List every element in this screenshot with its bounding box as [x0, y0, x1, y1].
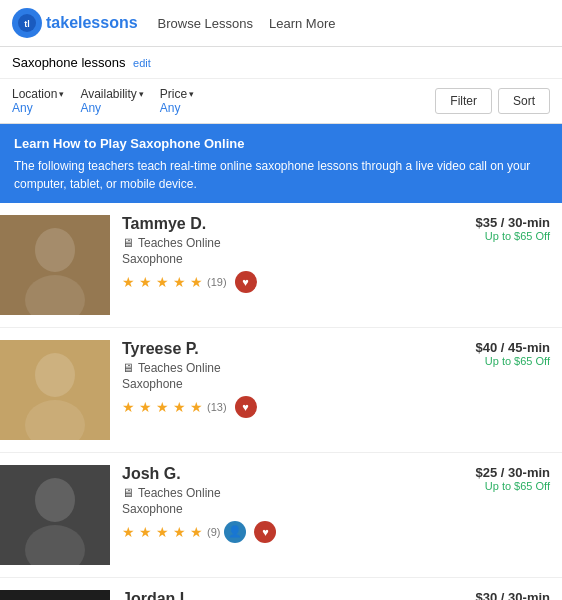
svg-text:tl: tl	[24, 19, 30, 29]
instructor-name: Jordan L.	[122, 590, 460, 601]
star-full-icon: ★	[156, 524, 169, 540]
breadcrumb: Saxophone lessons edit	[0, 47, 562, 79]
info-banner: Learn How to Play Saxophone Online The f…	[0, 124, 562, 203]
star-full-icon: ★	[156, 399, 169, 415]
stars-row: ★★★★★ (19) ♥	[122, 271, 460, 293]
price-label[interactable]: Price ▾	[160, 87, 194, 101]
price-section: $30 / 30-min Up to $65 Off	[460, 590, 550, 601]
instructor-name: Tyreese P.	[122, 340, 460, 358]
teaches-online: 🖥 Teaches Online	[122, 236, 460, 250]
price-filter[interactable]: Price ▾ Any	[160, 87, 194, 115]
star-full-icon: ★	[190, 524, 203, 540]
instructor-photo	[0, 465, 110, 565]
sort-button[interactable]: Sort	[498, 88, 550, 114]
monitor-icon: 🖥	[122, 361, 134, 375]
filters-bar: Location ▾ Any Availability ▾ Any Price …	[0, 79, 562, 124]
price: $40 / 45-min	[460, 340, 550, 355]
favorite-button[interactable]: ♥	[235, 271, 257, 293]
price-section: $25 / 30-min Up to $65 Off	[460, 465, 550, 565]
location-chevron-icon: ▾	[59, 89, 64, 99]
review-count: (9)	[207, 526, 220, 538]
instructor-photo	[0, 340, 110, 440]
review-count: (13)	[207, 401, 227, 413]
availability-label[interactable]: Availability ▾	[80, 87, 143, 101]
page-title: Saxophone lessons	[12, 55, 125, 70]
banner-title: Learn How to Play Saxophone Online	[14, 134, 548, 154]
stars-row: ★★★★★ (9) 👤 ♥	[122, 521, 460, 543]
logo-icon: tl	[12, 8, 42, 38]
price-value: Any	[160, 101, 194, 115]
star-half-icon: ★	[190, 399, 203, 415]
price-chevron-icon: ▾	[189, 89, 194, 99]
instructor-card: Jordan L. 🖥 Teaches Online Saxophone ★★★…	[0, 578, 562, 601]
star-full-icon: ★	[122, 274, 135, 290]
price-section: $35 / 30-min Up to $65 Off	[460, 215, 550, 315]
star-full-icon: ★	[139, 524, 152, 540]
instructor-info: Jordan L. 🖥 Teaches Online Saxophone ★★★…	[122, 590, 460, 601]
star-full-icon: ★	[122, 399, 135, 415]
availability-chevron-icon: ▾	[139, 89, 144, 99]
instructor-photo	[0, 215, 110, 315]
monitor-icon: 🖥	[122, 236, 134, 250]
instructor-info: Tyreese P. 🖥 Teaches Online Saxophone ★★…	[122, 340, 460, 440]
svg-point-8	[35, 353, 75, 397]
svg-point-12	[35, 478, 75, 522]
price-discount: Up to $65 Off	[460, 230, 550, 242]
edit-link[interactable]: edit	[133, 57, 151, 69]
logo[interactable]: tl takelessons	[12, 8, 138, 38]
location-label[interactable]: Location ▾	[12, 87, 64, 101]
filter-button[interactable]: Filter	[435, 88, 492, 114]
instructor-info: Josh G. 🖥 Teaches Online Saxophone ★★★★★…	[122, 465, 460, 565]
location-value: Any	[12, 101, 64, 115]
star-full-icon: ★	[156, 274, 169, 290]
price-discount: Up to $65 Off	[460, 480, 550, 492]
nav-learn-more[interactable]: Learn More	[269, 16, 335, 31]
instructor-card: Tyreese P. 🖥 Teaches Online Saxophone ★★…	[0, 328, 562, 453]
star-full-icon: ★	[173, 399, 186, 415]
instructor-name: Tammye D.	[122, 215, 460, 233]
star-full-icon: ★	[173, 524, 186, 540]
price: $35 / 30-min	[460, 215, 550, 230]
review-count: (19)	[207, 276, 227, 288]
teaches-online: 🖥 Teaches Online	[122, 361, 460, 375]
star-full-icon: ★	[139, 399, 152, 415]
nav-browse-lessons[interactable]: Browse Lessons	[158, 16, 253, 31]
instrument-label: Saxophone	[122, 252, 460, 266]
instructor-info: Tammye D. 🖥 Teaches Online Saxophone ★★★…	[122, 215, 460, 315]
price: $30 / 30-min	[460, 590, 550, 601]
instrument-label: Saxophone	[122, 377, 460, 391]
instructor-photo	[0, 590, 110, 601]
availability-value: Any	[80, 101, 143, 115]
location-filter[interactable]: Location ▾ Any	[12, 87, 64, 115]
filter-buttons: Filter Sort	[435, 88, 550, 114]
price-section: $40 / 45-min Up to $65 Off	[460, 340, 550, 440]
teaches-online: 🖥 Teaches Online	[122, 486, 460, 500]
star-full-icon: ★	[173, 274, 186, 290]
instructor-card: Tammye D. 🖥 Teaches Online Saxophone ★★★…	[0, 203, 562, 328]
svg-point-4	[35, 228, 75, 272]
price-discount: Up to $65 Off	[460, 355, 550, 367]
star-half-icon: ★	[190, 274, 203, 290]
monitor-icon: 🖥	[122, 486, 134, 500]
header: tl takelessons Browse Lessons Learn More	[0, 0, 562, 47]
instructor-list: Tammye D. 🖥 Teaches Online Saxophone ★★★…	[0, 203, 562, 601]
instrument-label: Saxophone	[122, 502, 460, 516]
availability-filter[interactable]: Availability ▾ Any	[80, 87, 143, 115]
star-full-icon: ★	[122, 524, 135, 540]
price: $25 / 30-min	[460, 465, 550, 480]
favorite-button[interactable]: ♥	[235, 396, 257, 418]
favorite-button[interactable]: ♥	[254, 521, 276, 543]
instructor-card: Josh G. 🖥 Teaches Online Saxophone ★★★★★…	[0, 453, 562, 578]
banner-description: The following teachers teach real-time o…	[14, 157, 548, 193]
logo-text: takelessons	[46, 14, 138, 32]
instructor-name: Josh G.	[122, 465, 460, 483]
stars-row: ★★★★★ (13) ♥	[122, 396, 460, 418]
star-full-icon: ★	[139, 274, 152, 290]
user-icon-button[interactable]: 👤	[224, 521, 246, 543]
svg-rect-15	[0, 590, 110, 601]
